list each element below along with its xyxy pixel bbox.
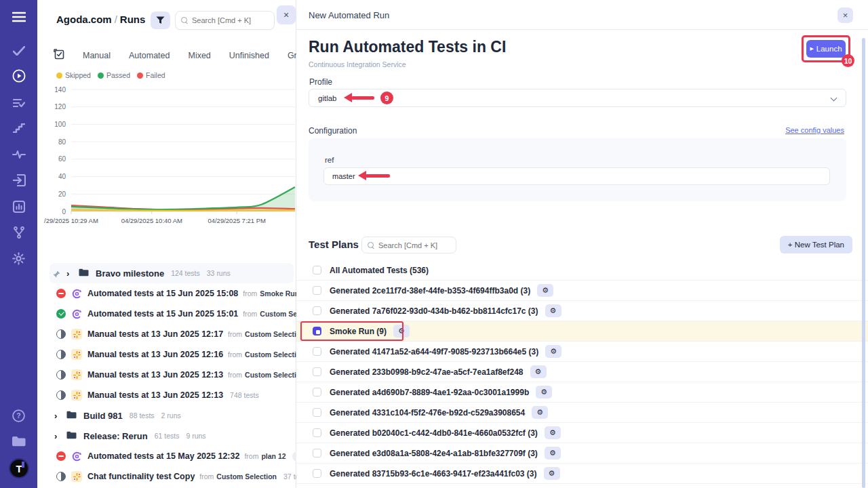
- gear-button[interactable]: ⚙: [544, 467, 560, 480]
- test-plans-search-input[interactable]: [378, 241, 446, 249]
- run-row-item[interactable]: Manual tests at 13 Jun 2025 12:13fromCus…: [37, 365, 296, 385]
- expand-chevron-icon[interactable]: ›: [54, 411, 61, 421]
- projects-folder-icon[interactable]: [0, 431, 37, 451]
- checkbox[interactable]: [313, 286, 321, 295]
- test-plan-row[interactable]: Generated a4d690b7-8889-4ae1-92aa-0c3001…: [296, 382, 868, 403]
- tab-manual[interactable]: Manual: [83, 51, 111, 60]
- gear-button[interactable]: ⚙: [545, 345, 561, 358]
- test-plan-row[interactable]: Generated 41471a52-a644-49f7-9085-923713…: [296, 342, 868, 362]
- test-plan-row[interactable]: All Automated Tests (536): [296, 260, 868, 281]
- expand-chevron-icon[interactable]: ›: [54, 431, 61, 441]
- gear-button[interactable]: ⚙: [530, 365, 547, 378]
- run-row-item[interactable]: Automated tests at 15 Jun 2025 15:08from…: [37, 283, 296, 304]
- test-plan-label: Generated 41471a52-a644-49f7-9085-923713…: [330, 347, 538, 357]
- gear-button[interactable]: ⚙: [545, 304, 561, 317]
- progress-status-icon: [56, 350, 66, 359]
- gear-button[interactable]: ⚙: [393, 325, 410, 338]
- run-row-item[interactable]: Manual tests at 13 Jun 2025 12:17fromCus…: [37, 324, 296, 344]
- test-plan-row[interactable]: Generated 233b0998-b9c2-47ae-a5cf-7ea1af…: [296, 362, 868, 382]
- milestones-steps-icon[interactable]: [0, 118, 37, 138]
- checkbox[interactable]: [313, 388, 321, 396]
- app-sidebar: ? T: [0, 0, 37, 488]
- modal-title: Run Automated Tests in CI: [309, 38, 506, 56]
- legend-label: Passed: [106, 71, 130, 79]
- modal-close-button[interactable]: ×: [837, 7, 853, 23]
- checkbox-checked[interactable]: [313, 327, 321, 336]
- run-row-item[interactable]: Manual tests at 13 Jun 2025 12:13748 tes…: [37, 385, 296, 405]
- folder-name: Release: Rerun: [83, 431, 148, 441]
- test-plan-label: Smoke Run (9): [330, 327, 387, 336]
- search-icon: [181, 17, 188, 24]
- checkbox[interactable]: [313, 408, 321, 417]
- runs-search-input[interactable]: [192, 16, 260, 24]
- gear-button[interactable]: ⚙: [537, 284, 553, 297]
- run-row-item[interactable]: Chat functinality test CopyfromCustom Se…: [37, 466, 296, 487]
- checkbox[interactable]: [313, 367, 321, 376]
- legend-dot: [56, 73, 62, 79]
- checkbox[interactable]: [313, 428, 321, 437]
- folder-name: Bravo milestone: [96, 268, 164, 279]
- see-config-values-link[interactable]: See config values: [785, 126, 844, 134]
- folder-meta: 2 runs: [161, 411, 181, 420]
- run-row-item[interactable]: Automated tests at 15 May 2025 12:32from…: [37, 446, 296, 466]
- gear-button[interactable]: ⚙: [532, 406, 548, 419]
- tests-count: 37 tests: [283, 472, 296, 481]
- launch-button[interactable]: ▶ Launch: [806, 40, 846, 58]
- annotation-badge-10: 10: [842, 54, 854, 67]
- run-row-item[interactable]: Automated tests at 15 Jun 2025 15:01from…: [37, 304, 296, 324]
- breadcrumb-project[interactable]: Agoda.com: [56, 14, 112, 25]
- tab-mixed[interactable]: Mixed: [188, 51, 210, 60]
- modal-scrollbar[interactable]: [862, 38, 865, 488]
- gear-button[interactable]: ⚙: [536, 386, 552, 399]
- test-plan-row[interactable]: Generated b02040c1-c442-4db0-841e-4660a0…: [296, 423, 868, 443]
- panel-close-button[interactable]: ×: [277, 5, 296, 24]
- test-plan-label: Generated a4d690b7-8889-4ae1-92aa-0c3001…: [330, 388, 529, 397]
- run-row-item[interactable]: Manual tests at 13 Jun 2025 12:16fromCus…: [37, 344, 296, 365]
- new-test-plan-button[interactable]: + New Test Plan: [780, 236, 852, 253]
- menu-icon[interactable]: [0, 7, 37, 27]
- run-title: Chat functinality test Copy: [87, 472, 195, 481]
- checkbox[interactable]: [313, 347, 321, 356]
- svg-text:04/29/2025 10:40 AM: 04/29/2025 10:40 AM: [121, 217, 182, 224]
- test-plan-row[interactable]: Generated 7a76f022-93d0-434b-b462-bb8114…: [296, 301, 868, 321]
- tab-unfinished[interactable]: Unfinished: [229, 51, 269, 60]
- from-label: from: [243, 310, 257, 318]
- svg-text:80: 80: [58, 138, 66, 146]
- runs-play-icon[interactable]: [0, 66, 37, 86]
- test-plan-row[interactable]: Smoke Run (9)⚙: [296, 321, 868, 342]
- checkbox[interactable]: [313, 469, 321, 478]
- runs-search[interactable]: [175, 11, 275, 30]
- analytics-icon[interactable]: [0, 197, 37, 217]
- tab-automated[interactable]: Automated: [129, 51, 170, 60]
- legend-item-skipped: Skipped: [56, 71, 91, 79]
- check-icon[interactable]: [0, 41, 37, 61]
- help-icon[interactable]: ?: [0, 405, 37, 426]
- pulse-icon[interactable]: [0, 144, 37, 165]
- test-plans-search[interactable]: [361, 237, 456, 253]
- folder-row[interactable]: ›Release: Rerun61 tests9 runs: [37, 426, 296, 446]
- test-plan-row[interactable]: Generated 83715b93-6c1e-4663-9417-ef23a4…: [296, 464, 868, 484]
- filter-button[interactable]: [151, 12, 170, 29]
- settings-gear-icon[interactable]: [0, 248, 37, 268]
- folder-row[interactable]: ›Bravo milestone124 tests33 runs: [50, 263, 294, 283]
- checkbox[interactable]: [313, 449, 321, 458]
- legend-item-passed: Passed: [98, 71, 130, 79]
- checkbox[interactable]: [313, 306, 321, 315]
- runs-tabs: ManualAutomatedMixedUnfinishedGroups: [37, 46, 296, 65]
- expand-chevron-icon[interactable]: ›: [66, 268, 73, 279]
- branches-icon[interactable]: [0, 222, 37, 243]
- from-value: plan 12: [261, 452, 285, 460]
- gear-button[interactable]: ⚙: [545, 426, 561, 439]
- test-plan-row[interactable]: Generated 2ce11f7d-38ef-44fe-b353-4f694f…: [296, 281, 868, 301]
- account-avatar[interactable]: T: [9, 458, 29, 479]
- test-plan-row[interactable]: Generated 4331c104-f5f2-476e-b92d-c529a3…: [296, 403, 868, 423]
- import-icon[interactable]: [0, 170, 37, 190]
- checkbox[interactable]: [313, 266, 321, 274]
- report-checklist-icon[interactable]: [54, 49, 64, 62]
- folder-row[interactable]: ›Build 98188 tests2 runs: [37, 405, 296, 426]
- test-plans-icon[interactable]: [0, 93, 37, 113]
- ref-input[interactable]: [323, 167, 830, 185]
- test-plan-label: All Automated Tests (536): [330, 266, 429, 275]
- gear-button[interactable]: ⚙: [545, 447, 561, 460]
- test-plan-row[interactable]: Generated e3d08a1a-5808-42e4-a1ab-81bfe3…: [296, 443, 868, 464]
